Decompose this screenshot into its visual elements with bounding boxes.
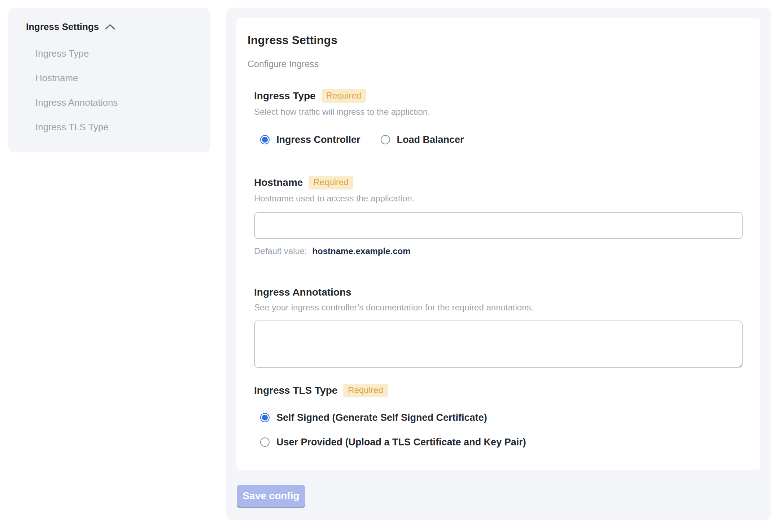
section-description: Hostname used to access the application. [254,193,743,204]
default-value-label: Default value: [254,246,307,256]
sidebar: Ingress Settings Ingress Type Hostname I… [8,8,210,152]
radio-option-ingress-controller[interactable]: Ingress Controller [260,134,360,145]
settings-card: Ingress Settings Configure Ingress Ingre… [236,18,760,470]
required-badge: Required [322,89,366,103]
sidebar-item-ingress-type[interactable]: Ingress Type [35,48,200,59]
radio-group-ingress-tls-type: Self Signed (Generate Self Signed Certif… [260,412,743,448]
settings-panel: Ingress Settings Configure Ingress Ingre… [226,8,771,520]
radio-group-ingress-type: Ingress Controller Load Balancer [260,134,743,145]
required-badge: Required [343,384,388,397]
radio-label: Ingress Controller [276,134,360,145]
section-ingress-tls-type: Ingress TLS Type Required Self Signed (G… [254,384,743,448]
default-value-line: Default value: hostname.example.com [254,246,743,257]
form-sections: Ingress Type Required Select how traffic… [254,89,743,448]
sidebar-title: Ingress Settings [26,21,99,32]
section-label: Hostname [254,176,303,189]
default-value: hostname.example.com [312,246,410,256]
sidebar-nav: Ingress Type Hostname Ingress Annotation… [26,48,200,132]
radio-button-icon[interactable] [260,135,270,144]
section-description: Select how traffic will ingress to the a… [254,106,743,117]
sidebar-item-hostname[interactable]: Hostname [35,73,200,83]
page-subtitle: Configure Ingress [248,58,743,69]
hostname-input[interactable] [254,212,743,239]
section-ingress-type: Ingress Type Required Select how traffic… [254,89,743,145]
required-badge: Required [309,176,353,189]
radio-button-icon[interactable] [260,437,270,447]
radio-option-self-signed[interactable]: Self Signed (Generate Self Signed Certif… [260,412,743,423]
section-ingress-annotations: Ingress Annotations See your ingress con… [254,286,743,368]
radio-button-icon[interactable] [381,135,390,144]
radio-option-user-provided[interactable]: User Provided (Upload a TLS Certificate … [260,436,743,448]
section-description: See your ingress controller’s documentat… [254,302,743,313]
page-title: Ingress Settings [248,33,743,47]
annotations-textarea[interactable] [254,320,743,368]
sidebar-item-ingress-annotations[interactable]: Ingress Annotations [35,97,200,108]
radio-button-icon[interactable] [260,413,270,422]
section-label: Ingress Annotations [254,286,351,298]
chevron-up-icon [105,23,115,30]
radio-option-load-balancer[interactable]: Load Balancer [381,134,464,145]
save-config-button[interactable]: Save config [237,485,305,507]
sidebar-item-ingress-tls-type[interactable]: Ingress TLS Type [35,122,200,132]
section-label: Ingress TLS Type [254,384,337,397]
section-hostname: Hostname Required Hostname used to acces… [254,176,743,257]
radio-label: Load Balancer [397,134,464,145]
sidebar-section-toggle[interactable]: Ingress Settings [26,21,200,32]
radio-label: User Provided (Upload a TLS Certificate … [276,436,526,448]
section-label: Ingress Type [254,90,316,102]
radio-label: Self Signed (Generate Self Signed Certif… [276,412,487,423]
